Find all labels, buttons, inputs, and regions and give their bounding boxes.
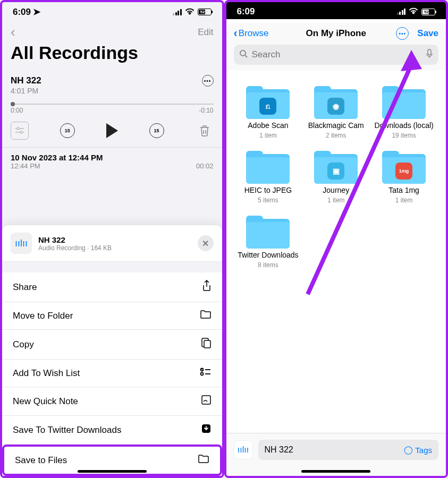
svg-rect-9	[202, 396, 210, 404]
trash-icon[interactable]	[196, 122, 214, 140]
tag-icon: ◯	[404, 445, 413, 455]
folder-item[interactable]: Downloads (local) 19 items	[373, 85, 435, 139]
folder-item[interactable]: HEIC to JPEG 5 items	[237, 150, 300, 204]
svg-point-7	[200, 373, 203, 375]
status-time: 6:09	[237, 6, 255, 17]
svg-point-3	[20, 131, 22, 133]
svg-rect-13	[428, 49, 431, 55]
note-icon	[201, 395, 212, 408]
options-icon[interactable]	[11, 122, 29, 140]
recording2-duration: 00:02	[196, 162, 214, 170]
audio-waveform-icon: ıılıı	[234, 440, 253, 459]
recording2-time: 12:44 PM	[11, 162, 40, 170]
share-sheet: ıılıı NH 322 Audio Recording · 164 KB ✕ …	[2, 225, 222, 476]
folder-meta: 8 items	[258, 261, 278, 269]
folder-icon	[382, 85, 426, 119]
quicknote-action[interactable]: New Quick Note	[2, 387, 222, 416]
skip-forward-icon[interactable]: 15	[149, 123, 164, 138]
player-controls: 15 15	[2, 114, 222, 147]
folder-icon	[200, 310, 212, 322]
audio-waveform-icon: ıılıı	[11, 233, 32, 254]
move-folder-action[interactable]: Move to Folder	[2, 302, 222, 330]
search-icon	[239, 49, 248, 60]
recording-item[interactable]: 10 Nov 2023 at 12:44 PM 12:44 PM 00:02	[2, 147, 222, 175]
bottom-bar: ıılıı NH 322 ◯ Tags	[226, 433, 446, 476]
recording2-title: 10 Nov 2023 at 12:44 PM	[11, 153, 103, 162]
folder-name: Downloads (local)	[374, 121, 433, 130]
folder-name: Tata 1mg	[388, 186, 419, 194]
page-title: All Recordings	[2, 42, 222, 70]
microphone-icon[interactable]	[426, 49, 433, 61]
folder-item[interactable]: 1mg Tata 1mg 1 item	[373, 150, 435, 204]
cell-signal-icon	[173, 9, 182, 15]
status-time: 6:09	[13, 7, 31, 18]
more-icon[interactable]: •••	[396, 27, 409, 40]
sheet-subtitle: Audio Recording · 164 KB	[38, 244, 191, 252]
filename-text: NH 322	[265, 445, 293, 455]
home-indicator	[78, 470, 147, 473]
copy-icon	[201, 337, 212, 352]
search-bar[interactable]	[234, 45, 439, 65]
wishlist-icon	[200, 367, 212, 379]
files-panel: 6:09 52 ‹ Browse On My iPhone ••• Sav	[224, 0, 449, 478]
tags-button[interactable]: ◯ Tags	[404, 445, 432, 455]
status-bar: 6:09 52	[226, 2, 446, 19]
folder-icon	[246, 150, 290, 184]
folder-item[interactable]: ◉ Blackmagic Cam 2 items	[305, 85, 367, 139]
close-icon[interactable]: ✕	[198, 235, 214, 251]
recording-name: NH 322	[11, 75, 41, 86]
cell-signal-icon	[397, 8, 406, 15]
more-icon[interactable]: •••	[202, 75, 214, 87]
scrubber[interactable]: 0:00 -0:10	[2, 99, 222, 114]
save-button[interactable]: Save	[417, 28, 438, 39]
browse-back-button[interactable]: ‹ Browse	[234, 27, 269, 40]
status-bar: 6:09 ➤ 52	[2, 2, 222, 20]
folder-item[interactable]: ⎌ Adobe Scan 1 item	[237, 85, 300, 139]
back-chevron-icon[interactable]: ‹	[11, 24, 15, 40]
chevron-left-icon: ‹	[234, 27, 238, 40]
folder-icon	[198, 454, 209, 466]
files-location-title: On My iPhone	[306, 28, 366, 39]
sheet-title: NH 322	[38, 235, 191, 244]
wishlist-action[interactable]: Add To Wish List	[2, 360, 222, 387]
save-twitter-action[interactable]: Save To Twitter Downloads	[2, 416, 222, 445]
scrub-end: -0:10	[199, 107, 213, 114]
share-action[interactable]: Share	[2, 272, 222, 302]
folder-name: HEIC to JPEG	[244, 186, 292, 194]
files-header: ‹ Browse On My iPhone ••• Save	[226, 22, 446, 70]
edit-button[interactable]: Edit	[198, 27, 213, 38]
wifi-icon	[409, 6, 418, 17]
folder-meta: 1 item	[327, 197, 345, 204]
folder-meta: 1 item	[259, 132, 277, 139]
folder-name: Adobe Scan	[248, 121, 288, 130]
nav-bar: ‹ Edit	[2, 20, 222, 42]
folder-item[interactable]: ▣ Journey 1 item	[305, 150, 367, 204]
folder-meta: 2 items	[326, 132, 346, 139]
svg-point-1	[17, 127, 19, 130]
recording-time: 4:01 PM	[11, 87, 214, 95]
folder-grid: ⎌ Adobe Scan 1 item ◉ Blackmagic Cam 2 i…	[226, 70, 446, 284]
folder-icon	[246, 215, 290, 249]
folder-name: Journey	[323, 186, 349, 194]
folder-item[interactable]: Twitter Downloads 8 items	[237, 215, 300, 269]
svg-line-12	[245, 55, 247, 57]
filename-field[interactable]: NH 322 ◯ Tags	[258, 440, 439, 460]
battery-icon: 52	[421, 8, 435, 15]
location-icon: ➤	[33, 6, 40, 18]
folder-meta: 5 items	[258, 197, 278, 204]
svg-point-11	[240, 50, 246, 56]
battery-icon: 52	[198, 8, 212, 15]
folder-icon: ⎌	[246, 85, 290, 119]
play-icon[interactable]	[106, 123, 118, 138]
search-input[interactable]	[252, 49, 422, 60]
folder-meta: 1 item	[395, 197, 413, 204]
folder-meta: 19 items	[392, 132, 416, 139]
copy-action[interactable]: Copy	[2, 330, 222, 360]
wifi-icon	[185, 7, 195, 18]
download-icon	[201, 423, 212, 437]
folder-name: Blackmagic Cam	[308, 121, 364, 130]
recording-item[interactable]: NH 322 ••• 4:01 PM	[2, 70, 222, 99]
voice-memos-panel: 6:09 ➤ 52 ‹ Edit All Recordings NH 322 •…	[0, 0, 224, 478]
svg-rect-4	[204, 340, 210, 348]
skip-back-icon[interactable]: 15	[60, 123, 75, 138]
